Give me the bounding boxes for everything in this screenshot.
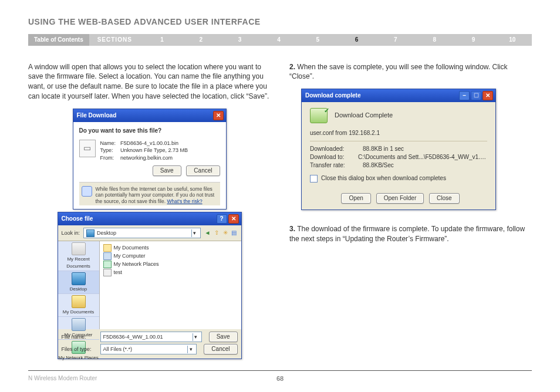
dc-openfolder-button[interactable]: Open Folder [376, 193, 424, 204]
cf-save-button[interactable]: Save [209, 332, 238, 342]
file-download-title: File Download [76, 111, 117, 120]
dc-fileline: user.conf from 192.168.2.1 [310, 129, 487, 137]
list-item[interactable]: My Network Places [103, 260, 238, 268]
places-bar: My Recent Documents Desktop My Documents… [58, 241, 100, 329]
nav-2[interactable]: 2 [181, 34, 220, 46]
dc-header: Download Complete [335, 111, 393, 120]
place-recent[interactable]: My Recent Documents [58, 241, 99, 271]
minimize-icon[interactable]: – [459, 91, 470, 100]
page-number: 68 [28, 374, 532, 383]
list-item[interactable]: My Computer [103, 252, 238, 260]
step-3: 3. The download of the firmware is compl… [289, 224, 532, 244]
fd-risk-link[interactable]: What's the risk? [167, 198, 202, 204]
dc-close-button[interactable]: Close [429, 193, 460, 204]
list-item[interactable]: test [103, 268, 238, 276]
fd-cancel-button[interactable]: Cancel [186, 165, 220, 176]
left-paragraph: A window will open that allows you to se… [28, 62, 271, 102]
filter-dropdown[interactable]: All Files (*.*)▾ [100, 344, 197, 354]
close-icon[interactable]: ✕ [213, 111, 224, 120]
nav-6[interactable]: 6 [337, 34, 376, 46]
fd-save-button[interactable]: Save [153, 165, 181, 176]
download-complete-icon [310, 108, 328, 123]
nav-3[interactable]: 3 [220, 34, 259, 46]
nav-5[interactable]: 5 [298, 34, 337, 46]
back-icon[interactable]: ◄ [204, 229, 211, 236]
fd-type-label: Type: [100, 147, 119, 154]
sections-label: SECTIONS [89, 34, 143, 46]
choose-file-title: Choose file [60, 215, 93, 223]
help-icon[interactable]: ? [217, 214, 227, 224]
list-item[interactable]: My Documents [103, 244, 238, 252]
nav-9[interactable]: 9 [454, 34, 492, 46]
fd-name-label: Name: [100, 140, 119, 147]
step3-text: The download of the firmware is complete… [289, 225, 525, 243]
dc-checkbox-label: Close this dialog box when download comp… [321, 174, 446, 183]
download-complete-dialog: Download complete – ☐ ✕ Download Complet… [301, 89, 496, 210]
views-icon[interactable]: ▤ [231, 229, 238, 236]
step3-num: 3. [289, 225, 295, 233]
dc-title: Download complete [304, 92, 360, 100]
shield-icon [82, 186, 92, 197]
toc-link[interactable]: Table of Contents [28, 34, 89, 46]
filter-label: Files of type: [62, 346, 97, 353]
cf-cancel-button[interactable]: Cancel [204, 344, 237, 354]
place-mydocs[interactable]: My Documents [58, 294, 99, 317]
lookin-label: Look in: [62, 229, 80, 237]
fd-from-value: networking.belkin.com [120, 155, 173, 161]
choose-file-dialog: Choose file ? ✕ Look in: Desktop ▾ ◄ [58, 212, 242, 359]
dc-stats: Downloaded:88.8KB in 1 sec Download to:C… [310, 145, 487, 170]
file-type-icon: ▭ [79, 140, 96, 157]
section-nav: Table of Contents SECTIONS 1 2 3 4 5 6 7… [28, 34, 532, 46]
maximize-icon: ☐ [471, 91, 481, 100]
fd-from-label: From: [100, 154, 119, 162]
file-download-question: Do you want to save this file? [79, 127, 220, 135]
nav-4[interactable]: 4 [259, 34, 298, 46]
toolbar-icons: ◄ ⇧ ✳ ▤ [204, 229, 238, 236]
nav-10[interactable]: 10 [493, 34, 532, 46]
fd-type-value: Unknown File Type, 2.73 MB [120, 147, 188, 153]
step-2: 2. When the save is complete, you will s… [289, 62, 532, 82]
file-list[interactable]: My Documents My Computer My Network Plac… [100, 241, 241, 329]
place-desktop[interactable]: Desktop [58, 271, 99, 294]
step2-num: 2. [289, 63, 295, 71]
filename-label: File name: [62, 333, 97, 341]
nav-7[interactable]: 7 [376, 34, 415, 46]
close-icon[interactable]: ✕ [483, 91, 493, 100]
fd-name-value: F5D8636-4_v1.00.01.bin [120, 140, 178, 146]
newfolder-icon[interactable]: ✳ [222, 229, 229, 236]
dc-open-button[interactable]: Open [341, 193, 370, 204]
page-title: USING THE WEB-BASED ADVANCED USER INTERF… [28, 16, 532, 28]
close-icon[interactable]: ✕ [228, 214, 239, 224]
nav-1[interactable]: 1 [143, 34, 181, 46]
dc-close-checkbox[interactable] [310, 175, 318, 183]
lookin-dropdown[interactable]: Desktop ▾ [83, 228, 200, 238]
up-icon[interactable]: ⇧ [213, 229, 220, 236]
file-download-dialog: File Download ✕ Do you want to save this… [73, 109, 227, 210]
step2-text: When the save is complete, you will see … [289, 63, 508, 81]
filename-input[interactable]: F5D8636-4_WW_1.00.01▾ [100, 332, 202, 342]
lookin-value: Desktop [97, 229, 116, 237]
nav-8[interactable]: 8 [415, 34, 454, 46]
